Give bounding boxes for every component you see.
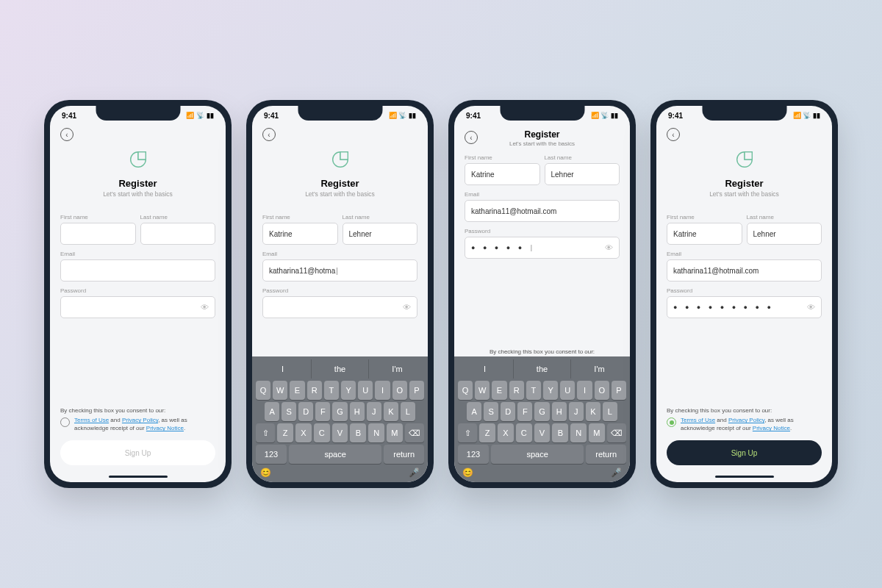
key-t[interactable]: T [324, 381, 339, 400]
key-w[interactable]: W [475, 381, 490, 400]
key-d[interactable]: D [298, 402, 313, 421]
key-k[interactable]: K [384, 402, 398, 421]
key-b[interactable]: B [350, 423, 366, 442]
key-s[interactable]: S [282, 402, 296, 421]
key-p[interactable]: P [409, 381, 424, 400]
privacy-link[interactable]: Privacy Policy [122, 417, 158, 423]
backspace-key[interactable]: ⌫ [405, 423, 424, 442]
suggest-3[interactable]: I'm [571, 359, 628, 379]
suggest-1[interactable]: I [254, 359, 312, 379]
last-name-input[interactable]: Lehner [545, 163, 620, 185]
first-name-input[interactable]: Katrine [667, 223, 742, 245]
key-s[interactable]: S [484, 402, 498, 421]
key-r[interactable]: R [307, 381, 322, 400]
key-u[interactable]: U [560, 381, 575, 400]
terms-link[interactable]: Terms of Use [681, 417, 715, 423]
num-key[interactable]: 123 [256, 445, 287, 464]
key-j[interactable]: J [569, 402, 584, 421]
home-indicator[interactable] [715, 476, 774, 478]
emoji-key[interactable]: 😊 [462, 467, 473, 478]
key-y[interactable]: Y [543, 381, 558, 400]
key-o[interactable]: O [595, 381, 609, 400]
key-b[interactable]: B [552, 423, 568, 442]
home-indicator[interactable] [109, 476, 168, 478]
suggest-2[interactable]: the [312, 359, 369, 379]
back-button[interactable]: ‹ [465, 131, 478, 144]
key-g[interactable]: G [332, 402, 347, 421]
eye-icon[interactable]: 👁 [403, 303, 411, 312]
first-name-input[interactable]: Katrine [465, 163, 540, 185]
email-input[interactable] [60, 259, 215, 282]
return-key[interactable]: return [586, 445, 626, 464]
key-x[interactable]: X [498, 423, 514, 442]
emoji-key[interactable]: 😊 [260, 467, 271, 478]
email-input[interactable]: katharina11@hotmail.com [465, 200, 620, 222]
suggest-3[interactable]: I'm [369, 359, 426, 379]
email-input[interactable]: katharina11@hotma [262, 259, 417, 282]
key-z[interactable]: Z [479, 423, 495, 442]
key-r[interactable]: R [509, 381, 524, 400]
key-q[interactable]: Q [256, 381, 270, 400]
key-f[interactable]: F [517, 402, 532, 421]
first-name-input[interactable]: Katrine [262, 223, 338, 245]
email-input[interactable]: katharina11@hotmail.com [667, 259, 822, 282]
password-input[interactable]: 👁 [60, 296, 215, 318]
key-c[interactable]: C [314, 423, 330, 442]
space-key[interactable]: space [289, 445, 381, 464]
key-l[interactable]: L [401, 402, 415, 421]
signup-button[interactable]: Sign Up [667, 440, 822, 465]
eye-icon[interactable]: 👁 [201, 303, 209, 312]
key-v[interactable]: V [332, 423, 348, 442]
privacy-link[interactable]: Privacy Policy [728, 417, 764, 423]
notice-link[interactable]: Privacy Notice [146, 425, 184, 431]
return-key[interactable]: return [384, 445, 424, 464]
keyboard[interactable]: I the I'm QWERTYUIOP ASDFGHJKL ⇧ZXCVBNM⌫… [252, 356, 428, 482]
mic-key[interactable]: 🎤 [409, 467, 420, 478]
eye-icon[interactable]: 👁 [605, 243, 613, 252]
key-m[interactable]: M [387, 423, 403, 442]
password-input[interactable]: 👁 [262, 296, 417, 318]
key-t[interactable]: T [526, 381, 541, 400]
key-o[interactable]: O [392, 381, 407, 400]
suggest-2[interactable]: the [514, 359, 571, 379]
key-w[interactable]: W [273, 381, 287, 400]
password-input[interactable]: ● ● ● ● ● ● ● ● ●👁 [667, 296, 822, 318]
key-a[interactable]: A [467, 402, 481, 421]
last-name-input[interactable]: Lehner [747, 223, 822, 245]
consent-checkbox[interactable] [60, 417, 70, 427]
consent-checkbox[interactable] [667, 417, 676, 427]
back-button[interactable]: ‹ [262, 128, 276, 141]
key-j[interactable]: J [367, 402, 381, 421]
key-i[interactable]: I [375, 381, 390, 400]
key-z[interactable]: Z [277, 423, 293, 442]
key-v[interactable]: V [534, 423, 551, 442]
shift-key[interactable]: ⇧ [256, 423, 275, 442]
key-e[interactable]: E [290, 381, 304, 400]
back-button[interactable]: ‹ [60, 128, 74, 141]
suggest-1[interactable]: I [456, 359, 514, 379]
signup-button[interactable]: Sign Up [60, 440, 215, 465]
last-name-input[interactable]: Lehner [343, 223, 418, 245]
key-l[interactable]: L [603, 402, 617, 421]
key-m[interactable]: M [589, 423, 605, 442]
key-h[interactable]: H [552, 402, 567, 421]
shift-key[interactable]: ⇧ [458, 423, 477, 442]
key-h[interactable]: H [350, 402, 365, 421]
password-input[interactable]: ● ● ● ● ● 👁 [465, 237, 620, 259]
key-g[interactable]: G [534, 402, 549, 421]
backspace-key[interactable]: ⌫ [607, 423, 626, 442]
key-x[interactable]: X [295, 423, 312, 442]
key-n[interactable]: N [368, 423, 384, 442]
key-k[interactable]: K [586, 402, 600, 421]
key-y[interactable]: Y [341, 381, 356, 400]
space-key[interactable]: space [491, 445, 584, 464]
key-u[interactable]: U [358, 381, 373, 400]
key-e[interactable]: E [492, 381, 506, 400]
key-q[interactable]: Q [458, 381, 473, 400]
num-key[interactable]: 123 [458, 445, 489, 464]
eye-icon[interactable]: 👁 [807, 303, 815, 312]
key-n[interactable]: N [570, 423, 587, 442]
first-name-input[interactable] [60, 223, 136, 245]
terms-link[interactable]: Terms of Use [74, 417, 109, 423]
key-i[interactable]: I [577, 381, 592, 400]
